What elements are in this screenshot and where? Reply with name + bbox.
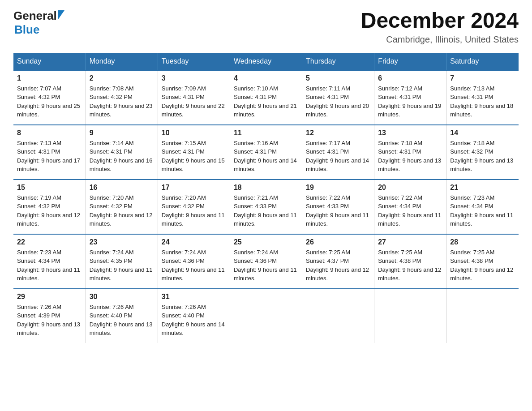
calendar-cell: 6Sunrise: 7:12 AMSunset: 4:31 PMDaylight… bbox=[374, 70, 446, 125]
calendar-cell: 18Sunrise: 7:21 AMSunset: 4:33 PMDayligh… bbox=[230, 180, 302, 234]
day-number: 16 bbox=[90, 184, 154, 192]
header: General Blue December 2024 Cambridge, Il… bbox=[13, 9, 519, 45]
day-info: Sunrise: 7:14 AMSunset: 4:31 PMDaylight:… bbox=[90, 139, 154, 174]
day-info: Sunrise: 7:11 AMSunset: 4:31 PMDaylight:… bbox=[306, 84, 370, 119]
day-number: 26 bbox=[306, 238, 370, 246]
day-number: 22 bbox=[17, 238, 82, 246]
day-info: Sunrise: 7:09 AMSunset: 4:31 PMDaylight:… bbox=[162, 84, 226, 119]
day-info: Sunrise: 7:24 AMSunset: 4:36 PMDaylight:… bbox=[234, 248, 298, 283]
day-number: 8 bbox=[17, 129, 82, 137]
calendar-cell: 7Sunrise: 7:13 AMSunset: 4:31 PMDaylight… bbox=[446, 70, 519, 125]
weekday-header-friday: Friday bbox=[374, 53, 446, 70]
day-number: 28 bbox=[450, 238, 515, 246]
calendar-cell: 23Sunrise: 7:24 AMSunset: 4:35 PMDayligh… bbox=[86, 234, 158, 289]
location-subtitle: Cambridge, Illinois, United States bbox=[361, 34, 519, 45]
day-info: Sunrise: 7:23 AMSunset: 4:34 PMDaylight:… bbox=[17, 248, 82, 283]
day-number: 24 bbox=[162, 238, 226, 246]
weekday-header-row: SundayMondayTuesdayWednesdayThursdayFrid… bbox=[13, 53, 519, 70]
weekday-header-tuesday: Tuesday bbox=[158, 53, 230, 70]
day-info: Sunrise: 7:10 AMSunset: 4:31 PMDaylight:… bbox=[234, 84, 298, 119]
day-number: 21 bbox=[450, 184, 515, 192]
logo-arrow-icon bbox=[58, 10, 64, 19]
calendar-cell: 26Sunrise: 7:25 AMSunset: 4:37 PMDayligh… bbox=[302, 234, 374, 289]
calendar-cell bbox=[374, 289, 446, 343]
week-row-5: 29Sunrise: 7:26 AMSunset: 4:39 PMDayligh… bbox=[13, 289, 519, 343]
day-number: 5 bbox=[306, 74, 370, 82]
day-info: Sunrise: 7:13 AMSunset: 4:31 PMDaylight:… bbox=[450, 84, 515, 119]
day-info: Sunrise: 7:12 AMSunset: 4:31 PMDaylight:… bbox=[378, 84, 442, 119]
calendar-cell: 27Sunrise: 7:25 AMSunset: 4:38 PMDayligh… bbox=[374, 234, 446, 289]
day-info: Sunrise: 7:26 AMSunset: 4:40 PMDaylight:… bbox=[90, 303, 154, 338]
calendar-cell: 5Sunrise: 7:11 AMSunset: 4:31 PMDaylight… bbox=[302, 70, 374, 125]
day-number: 14 bbox=[450, 129, 515, 137]
week-row-1: 1Sunrise: 7:07 AMSunset: 4:32 PMDaylight… bbox=[13, 70, 519, 125]
day-number: 13 bbox=[378, 129, 442, 137]
calendar-cell: 12Sunrise: 7:17 AMSunset: 4:31 PMDayligh… bbox=[302, 125, 374, 180]
week-row-2: 8Sunrise: 7:13 AMSunset: 4:31 PMDaylight… bbox=[13, 125, 519, 180]
day-info: Sunrise: 7:20 AMSunset: 4:32 PMDaylight:… bbox=[90, 193, 154, 228]
calendar-cell: 19Sunrise: 7:22 AMSunset: 4:33 PMDayligh… bbox=[302, 180, 374, 234]
day-number: 18 bbox=[234, 184, 298, 192]
calendar-cell: 17Sunrise: 7:20 AMSunset: 4:32 PMDayligh… bbox=[158, 180, 230, 234]
calendar-cell: 31Sunrise: 7:26 AMSunset: 4:40 PMDayligh… bbox=[158, 289, 230, 343]
day-number: 23 bbox=[90, 238, 154, 246]
weekday-header-wednesday: Wednesday bbox=[230, 53, 302, 70]
day-info: Sunrise: 7:24 AMSunset: 4:36 PMDaylight:… bbox=[162, 248, 226, 283]
day-number: 11 bbox=[234, 129, 298, 137]
calendar-cell: 29Sunrise: 7:26 AMSunset: 4:39 PMDayligh… bbox=[13, 289, 86, 343]
day-info: Sunrise: 7:20 AMSunset: 4:32 PMDaylight:… bbox=[162, 193, 226, 228]
week-row-3: 15Sunrise: 7:19 AMSunset: 4:32 PMDayligh… bbox=[13, 180, 519, 234]
day-info: Sunrise: 7:26 AMSunset: 4:39 PMDaylight:… bbox=[17, 303, 82, 338]
weekday-header-saturday: Saturday bbox=[446, 53, 519, 70]
day-number: 6 bbox=[378, 74, 442, 82]
weekday-header-thursday: Thursday bbox=[302, 53, 374, 70]
day-number: 30 bbox=[90, 293, 154, 301]
day-info: Sunrise: 7:21 AMSunset: 4:33 PMDaylight:… bbox=[234, 193, 298, 228]
day-number: 9 bbox=[90, 129, 154, 137]
day-info: Sunrise: 7:22 AMSunset: 4:34 PMDaylight:… bbox=[378, 193, 442, 228]
calendar-cell: 4Sunrise: 7:10 AMSunset: 4:31 PMDaylight… bbox=[230, 70, 302, 125]
calendar-cell: 24Sunrise: 7:24 AMSunset: 4:36 PMDayligh… bbox=[158, 234, 230, 289]
calendar-cell bbox=[230, 289, 302, 343]
calendar-cell: 10Sunrise: 7:15 AMSunset: 4:31 PMDayligh… bbox=[158, 125, 230, 180]
day-number: 31 bbox=[162, 293, 226, 301]
day-info: Sunrise: 7:24 AMSunset: 4:35 PMDaylight:… bbox=[90, 248, 154, 283]
logo: General Blue bbox=[13, 9, 64, 37]
day-info: Sunrise: 7:16 AMSunset: 4:31 PMDaylight:… bbox=[234, 139, 298, 174]
calendar-table: SundayMondayTuesdayWednesdayThursdayFrid… bbox=[13, 53, 519, 343]
day-info: Sunrise: 7:22 AMSunset: 4:33 PMDaylight:… bbox=[306, 193, 370, 228]
weekday-header-sunday: Sunday bbox=[13, 53, 86, 70]
calendar-cell: 2Sunrise: 7:08 AMSunset: 4:32 PMDaylight… bbox=[86, 70, 158, 125]
day-number: 27 bbox=[378, 238, 442, 246]
calendar-cell: 13Sunrise: 7:18 AMSunset: 4:31 PMDayligh… bbox=[374, 125, 446, 180]
logo-general-text: General bbox=[13, 9, 57, 23]
calendar-cell: 22Sunrise: 7:23 AMSunset: 4:34 PMDayligh… bbox=[13, 234, 86, 289]
day-number: 15 bbox=[17, 184, 82, 192]
day-info: Sunrise: 7:23 AMSunset: 4:34 PMDaylight:… bbox=[450, 193, 515, 228]
calendar-cell: 14Sunrise: 7:18 AMSunset: 4:32 PMDayligh… bbox=[446, 125, 519, 180]
calendar-cell: 15Sunrise: 7:19 AMSunset: 4:32 PMDayligh… bbox=[13, 180, 86, 234]
day-info: Sunrise: 7:15 AMSunset: 4:31 PMDaylight:… bbox=[162, 139, 226, 174]
day-info: Sunrise: 7:25 AMSunset: 4:38 PMDaylight:… bbox=[378, 248, 442, 283]
day-info: Sunrise: 7:25 AMSunset: 4:38 PMDaylight:… bbox=[450, 248, 515, 283]
title-area: December 2024 Cambridge, Illinois, Unite… bbox=[361, 9, 519, 45]
day-info: Sunrise: 7:18 AMSunset: 4:31 PMDaylight:… bbox=[378, 139, 442, 174]
logo-blue-text: Blue bbox=[14, 23, 39, 36]
day-number: 4 bbox=[234, 74, 298, 82]
day-info: Sunrise: 7:26 AMSunset: 4:40 PMDaylight:… bbox=[162, 303, 226, 338]
day-number: 2 bbox=[90, 74, 154, 82]
calendar-cell: 3Sunrise: 7:09 AMSunset: 4:31 PMDaylight… bbox=[158, 70, 230, 125]
month-title: December 2024 bbox=[361, 9, 519, 33]
day-info: Sunrise: 7:18 AMSunset: 4:32 PMDaylight:… bbox=[450, 139, 515, 174]
day-info: Sunrise: 7:19 AMSunset: 4:32 PMDaylight:… bbox=[17, 193, 82, 228]
week-row-4: 22Sunrise: 7:23 AMSunset: 4:34 PMDayligh… bbox=[13, 234, 519, 289]
day-info: Sunrise: 7:07 AMSunset: 4:32 PMDaylight:… bbox=[17, 84, 82, 119]
day-info: Sunrise: 7:25 AMSunset: 4:37 PMDaylight:… bbox=[306, 248, 370, 283]
calendar-cell bbox=[302, 289, 374, 343]
day-number: 12 bbox=[306, 129, 370, 137]
day-number: 10 bbox=[162, 129, 226, 137]
day-number: 17 bbox=[162, 184, 226, 192]
calendar-cell: 28Sunrise: 7:25 AMSunset: 4:38 PMDayligh… bbox=[446, 234, 519, 289]
calendar-cell: 16Sunrise: 7:20 AMSunset: 4:32 PMDayligh… bbox=[86, 180, 158, 234]
calendar-cell: 8Sunrise: 7:13 AMSunset: 4:31 PMDaylight… bbox=[13, 125, 86, 180]
